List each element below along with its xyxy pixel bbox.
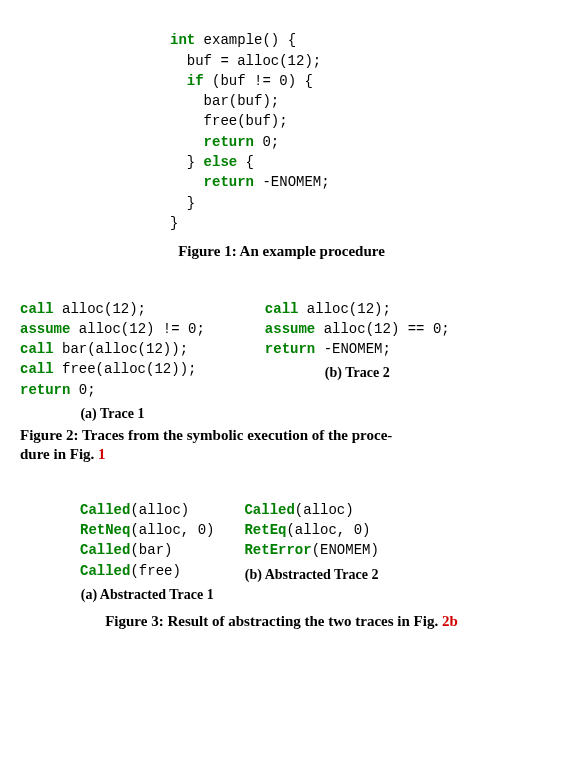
code-text: (bar) [130, 542, 172, 558]
code-text: (alloc) [130, 502, 189, 518]
figure3-caption: Figure 3: Result of abstracting the two … [20, 613, 543, 630]
figure3-abst1: Called(alloc) RetNeq(alloc, 0) Called(ba… [80, 480, 214, 603]
kw-assume: assume [20, 321, 70, 337]
figure2-row: call alloc(12); assume alloc(12) != 0; c… [20, 278, 543, 422]
figure3a-subcaption: (a) Abstracted Trace 1 [80, 587, 214, 603]
trace2-code: call alloc(12); assume alloc(12) == 0; r… [265, 278, 450, 359]
figure2-caption: Figure 2: Traces from the symbolic execu… [20, 426, 543, 464]
figure3-abst2: Called(alloc) RetEq(alloc, 0) RetError(E… [244, 480, 378, 603]
kw-assume: assume [265, 321, 315, 337]
code-text: 0; [70, 382, 95, 398]
figure2-caption-line1: Figure 2: Traces from the symbolic execu… [20, 427, 392, 443]
kw-if: if [187, 73, 204, 89]
figure2a-subcaption: (a) Trace 1 [20, 406, 205, 422]
code-text: alloc(12) == 0; [315, 321, 449, 337]
figure2-trace1: call alloc(12); assume alloc(12) != 0; c… [20, 278, 205, 422]
code-text: (ENOMEM) [312, 542, 379, 558]
code-text: (alloc) [295, 502, 354, 518]
pred-called: Called [80, 502, 130, 518]
code-text: (buf != 0) { [204, 73, 313, 89]
kw-call: call [265, 301, 299, 317]
kw-return: return [204, 134, 254, 150]
figure3b-subcaption: (b) Abstracted Trace 2 [244, 567, 378, 583]
trace1-code: call alloc(12); assume alloc(12) != 0; c… [20, 278, 205, 400]
abst2-code: Called(alloc) RetEq(alloc, 0) RetError(E… [244, 480, 378, 561]
figure2-ref-link[interactable]: 1 [98, 446, 106, 462]
code-text: bar(alloc(12)); [54, 341, 188, 357]
kw-else: else [204, 154, 238, 170]
figure3-ref-link[interactable]: 2b [442, 613, 458, 629]
code-text: (free) [130, 563, 180, 579]
figure1-code: int example() { buf = alloc(12); if (buf… [170, 10, 543, 233]
code-text: (alloc, 0) [286, 522, 370, 538]
code-text: buf = alloc(12); [170, 53, 321, 69]
code-text: alloc(12); [54, 301, 146, 317]
figure1-caption: Figure 1: An example procedure [20, 243, 543, 260]
pred-called: Called [244, 502, 294, 518]
kw-int: int [170, 32, 195, 48]
code-text: 0; [254, 134, 279, 150]
code-text: -ENOMEM; [254, 174, 330, 190]
code-text: alloc(12) != 0; [70, 321, 204, 337]
kw-return: return [265, 341, 315, 357]
abst1-code: Called(alloc) RetNeq(alloc, 0) Called(ba… [80, 480, 214, 581]
code-text: free(buf); [170, 113, 288, 129]
kw-return: return [204, 174, 254, 190]
code-text: } [170, 195, 195, 211]
kw-return: return [20, 382, 70, 398]
code-text: { [237, 154, 254, 170]
code-text: (alloc, 0) [130, 522, 214, 538]
kw-call: call [20, 361, 54, 377]
pred-retneq: RetNeq [80, 522, 130, 538]
code-text: free(alloc(12)); [54, 361, 197, 377]
code-text: example() { [195, 32, 296, 48]
code-text: alloc(12); [298, 301, 390, 317]
figure3-caption-text: Figure 3: Result of abstracting the two … [105, 613, 442, 629]
figure2-caption-line2a: dure in Fig. [20, 446, 98, 462]
pred-called: Called [80, 542, 130, 558]
pred-called: Called [80, 563, 130, 579]
figure3-row: Called(alloc) RetNeq(alloc, 0) Called(ba… [80, 480, 543, 603]
code-text: } [170, 215, 178, 231]
figure2-trace2: call alloc(12); assume alloc(12) == 0; r… [265, 278, 450, 422]
code-text: -ENOMEM; [315, 341, 391, 357]
pred-reteq: RetEq [244, 522, 286, 538]
kw-call: call [20, 301, 54, 317]
kw-call: call [20, 341, 54, 357]
pred-reterror: RetError [244, 542, 311, 558]
code-text: bar(buf); [170, 93, 279, 109]
code-text: } [170, 154, 204, 170]
figure2b-subcaption: (b) Trace 2 [265, 365, 450, 381]
